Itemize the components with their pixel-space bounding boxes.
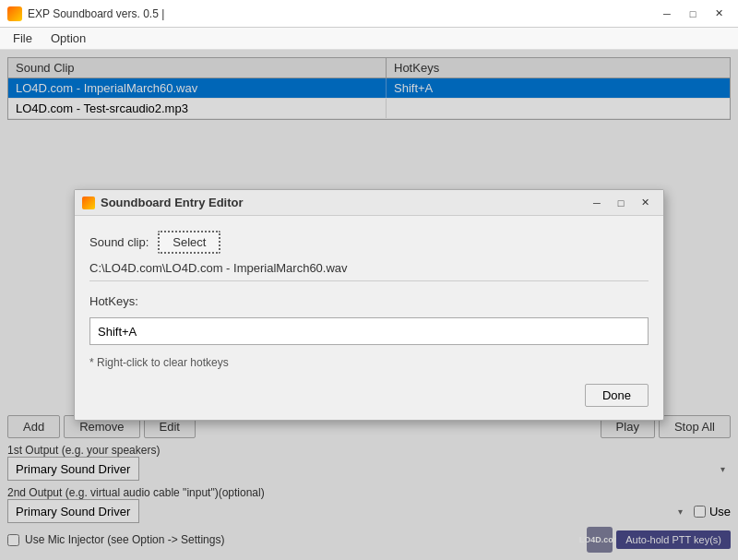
modal-close-button[interactable]: ✕ — [634, 195, 656, 211]
modal-title-controls: ─ □ ✕ — [586, 195, 656, 211]
modal-dialog: Soundboard Entry Editor ─ □ ✕ Sound clip… — [74, 189, 664, 421]
modal-title-bar: Soundboard Entry Editor ─ □ ✕ — [75, 190, 663, 216]
done-button[interactable]: Done — [585, 384, 649, 407]
title-bar: EXP Soundboard vers. 0.5 | ─ □ ✕ — [0, 0, 738, 28]
maximize-button[interactable]: □ — [681, 5, 705, 23]
main-content: Sound Clip HotKeys LO4D.com - ImperialMa… — [0, 50, 738, 560]
sound-clip-row: Sound clip: Select — [89, 231, 649, 254]
modal-maximize-button[interactable]: □ — [610, 195, 632, 211]
modal-icon — [82, 197, 95, 209]
menu-bar: File Option — [0, 28, 738, 50]
modal-title: Soundboard Entry Editor — [101, 196, 244, 209]
sound-clip-label: Sound clip: — [89, 235, 149, 249]
file-path: C:\LO4D.com\LO4D.com - ImperialMarch60.w… — [89, 259, 649, 281]
title-bar-left: EXP Soundboard vers. 0.5 | — [7, 6, 164, 21]
hotkeys-hint: * Right-click to clear hotkeys — [89, 356, 649, 369]
menu-option[interactable]: Option — [42, 30, 95, 47]
modal-minimize-button[interactable]: ─ — [586, 195, 608, 211]
hotkeys-label: HotKeys: — [89, 294, 649, 308]
minimize-button[interactable]: ─ — [655, 5, 679, 23]
select-button[interactable]: Select — [158, 231, 220, 254]
modal-body: Sound clip: Select C:\LO4D.com\LO4D.com … — [75, 216, 663, 384]
modal-footer: Done — [75, 384, 663, 420]
close-button[interactable]: ✕ — [707, 5, 731, 23]
menu-file[interactable]: File — [4, 30, 42, 47]
title-bar-controls: ─ □ ✕ — [655, 5, 731, 23]
hotkeys-input[interactable] — [89, 317, 649, 345]
app-title: EXP Soundboard vers. 0.5 | — [28, 7, 164, 20]
modal-title-left: Soundboard Entry Editor — [82, 196, 244, 209]
modal-overlay: Soundboard Entry Editor ─ □ ✕ Sound clip… — [0, 50, 738, 560]
app-icon — [7, 6, 22, 21]
